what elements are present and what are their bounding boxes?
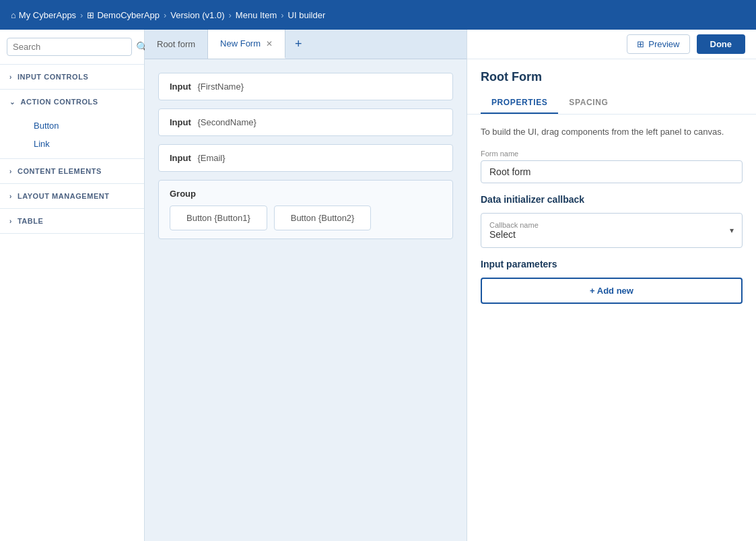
done-button[interactable]: Done (697, 34, 746, 54)
tab-spacing[interactable]: SPACING (558, 92, 619, 114)
right-top-bar: ⊞ Preview Done (467, 30, 756, 59)
section-content-elements: › CONTENT ELEMENTS (0, 159, 144, 184)
dropdown-arrow-icon: ▾ (730, 226, 734, 235)
sidebar-item-button[interactable]: Button (24, 117, 144, 135)
tab-add-button[interactable]: + (285, 30, 312, 59)
canvas-group-row: Button {Button1} Button {Button2} (170, 205, 442, 230)
canvas-field-secondname: Input {SecondName} (158, 108, 453, 136)
nav-sep-1: › (80, 10, 83, 20)
sidebar-item-link[interactable]: Link (24, 135, 144, 153)
nav-sep-2: › (164, 10, 166, 20)
chevron-right-icon: › (9, 73, 12, 81)
nav-sep-4: › (281, 10, 283, 20)
tab-close-icon[interactable]: ✕ (266, 39, 273, 49)
nav-item-uibuilder: UI builder (288, 10, 326, 20)
canvas-button-2[interactable]: Button {Button2} (274, 205, 372, 230)
right-panel: ⊞ Preview Done Root Form PROPERTIES SPAC… (467, 30, 756, 541)
callback-dropdown[interactable]: Callback name Select ▾ (481, 213, 743, 248)
canvas-content: Input {FirstName} Input {SecondName} Inp… (145, 59, 467, 541)
data-initializer-title: Data initializer callback (481, 194, 743, 205)
chevron-right-icon-4: › (9, 218, 12, 225)
helper-text: To build the UI, drag components from th… (481, 125, 743, 139)
section-header-table[interactable]: › TABLE (0, 209, 144, 233)
form-name-group: Form name (481, 150, 743, 183)
add-new-button[interactable]: + Add new (481, 278, 743, 304)
preview-button[interactable]: ⊞ Preview (627, 34, 689, 54)
right-panel-tabs: PROPERTIES SPACING (481, 92, 743, 114)
tab-bar: Root form New Form ✕ + (145, 30, 467, 59)
section-header-input-controls[interactable]: › INPUT CONTROLS (0, 65, 144, 89)
section-input-controls: › INPUT CONTROLS (0, 65, 144, 90)
section-action-controls: ⌄ ACTION CONTROLS Button Link (0, 90, 144, 159)
main-layout: 🔍 › INPUT CONTROLS ⌄ ACTION CONTROLS But… (0, 30, 756, 541)
nav-item-menuitem[interactable]: Menu Item (236, 10, 277, 20)
callback-value: Select (489, 229, 734, 240)
section-layout-management: › LAYOUT MANAGEMENT (0, 184, 144, 209)
chevron-down-icon: ⌄ (9, 98, 15, 106)
preview-icon: ⊞ (637, 39, 644, 49)
search-input[interactable] (7, 38, 132, 56)
home-icon: ⌂ (11, 10, 16, 20)
tab-new-form[interactable]: New Form ✕ (208, 30, 285, 59)
canvas-group: Group Button {Button1} Button {Button2} (158, 180, 453, 239)
tab-root-form[interactable]: Root form (145, 30, 208, 59)
tab-properties[interactable]: PROPERTIES (481, 92, 558, 114)
nav-item-app[interactable]: ⊞ DemoCyberApp (87, 10, 160, 20)
right-panel-title: Root Form (481, 70, 743, 84)
section-header-layout-management[interactable]: › LAYOUT MANAGEMENT (0, 184, 144, 208)
right-panel-body: To build the UI, drag components from th… (467, 115, 756, 541)
nav-item-version[interactable]: Version (v1.0) (170, 10, 224, 20)
nav-item-myapps[interactable]: ⌂ My CyberApps (11, 10, 76, 20)
canvas-button-1[interactable]: Button {Button1} (170, 205, 267, 230)
section-body-action-controls: Button Link (0, 114, 144, 158)
form-name-input[interactable] (481, 160, 743, 183)
section-header-content-elements[interactable]: › CONTENT ELEMENTS (0, 159, 144, 183)
chevron-right-icon-2: › (9, 168, 12, 175)
grid-icon: ⊞ (87, 10, 94, 20)
top-nav: ⌂ My CyberApps › ⊞ DemoCyberApp › Versio… (0, 0, 756, 30)
right-panel-header: Root Form PROPERTIES SPACING (467, 59, 756, 115)
canvas-field-email: Input {Email} (158, 144, 453, 172)
form-name-label: Form name (481, 150, 743, 158)
nav-sep-3: › (229, 10, 232, 20)
callback-label: Callback name (489, 221, 734, 229)
chevron-right-icon-3: › (9, 193, 12, 200)
search-bar: 🔍 (0, 30, 144, 65)
canvas-field-firstname: Input {FirstName} (158, 73, 453, 100)
section-table: › TABLE (0, 209, 144, 234)
canvas-area: Root form New Form ✕ + Input {FirstName}… (145, 30, 467, 541)
section-header-action-controls[interactable]: ⌄ ACTION CONTROLS (0, 90, 144, 114)
left-sidebar: 🔍 › INPUT CONTROLS ⌄ ACTION CONTROLS But… (0, 30, 145, 541)
input-params-title: Input parameters (481, 259, 743, 269)
